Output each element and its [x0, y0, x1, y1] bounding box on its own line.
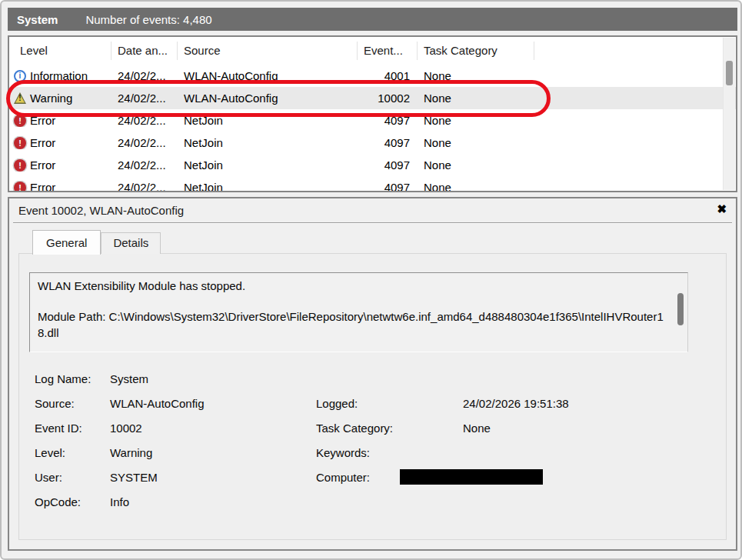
events-count: Number of events: 4,480	[85, 13, 211, 26]
user-label: User:	[35, 471, 110, 484]
keywords-label: Keywords:	[316, 446, 463, 459]
table-row-selected[interactable]: ! Warning 24/02/2... WLAN-AutoConfig 100…	[9, 87, 736, 109]
information-icon: i	[14, 70, 26, 82]
logged-label: Logged:	[316, 397, 463, 410]
row-task-category: None	[418, 69, 534, 82]
row-event-id: 10002	[358, 92, 418, 105]
logged-value: 24/02/2026 19:51:38	[463, 397, 569, 410]
detail-panel-title: Event 10002, WLAN-AutoConfig	[9, 198, 736, 222]
error-icon: !	[14, 159, 26, 172]
event-description-line2: Module Path: C:\Windows\System32\DriverS…	[38, 309, 667, 341]
log-name-label: Log Name:	[35, 372, 110, 385]
row-event-id: 4001	[358, 69, 418, 82]
row-task-category: None	[418, 92, 534, 105]
table-row[interactable]: i Information 24/02/2... WLAN-AutoConfig…	[9, 65, 736, 87]
row-source: NetJoin	[178, 158, 358, 172]
level-value: Warning	[110, 446, 316, 459]
event-description-line1: WLAN Extensibility Module has stopped.	[38, 278, 667, 294]
task-category-value: None	[463, 422, 569, 435]
row-source: WLAN-AutoConfig	[178, 92, 358, 105]
tab-general[interactable]: General	[32, 230, 101, 255]
row-event-id: 4097	[358, 114, 418, 127]
column-header-level[interactable]: Level	[9, 42, 111, 60]
source-label: Source:	[35, 397, 110, 410]
row-task-category: None	[418, 114, 534, 127]
close-icon[interactable]: ✖	[717, 202, 727, 216]
event-description-box: WLAN Extensibility Module has stopped. M…	[29, 272, 688, 352]
row-date: 24/02/2...	[111, 136, 178, 149]
log-title-bar: System Number of events: 4,480	[8, 8, 737, 31]
detail-tabs: General Details	[32, 229, 161, 254]
row-date: 24/02/2...	[111, 92, 178, 105]
event-viewer-window: System Number of events: 4,480 Level Dat…	[0, 0, 742, 560]
row-event-id: 4097	[358, 136, 418, 149]
opcode-label: OpCode:	[35, 495, 110, 508]
row-level: Information	[30, 69, 88, 82]
column-header-spacer	[534, 42, 736, 60]
table-scrollbar[interactable]	[723, 38, 735, 190]
row-task-category: None	[418, 136, 534, 149]
row-event-id: 4097	[358, 181, 418, 192]
row-date: 24/02/2...	[111, 158, 178, 172]
error-icon: !	[14, 182, 26, 193]
row-level: Error	[30, 181, 55, 192]
table-row-partial[interactable]: ! Error 24/02/2... NetJoin 4097 None	[9, 176, 736, 192]
error-icon: !	[14, 137, 26, 149]
warning-icon: !	[14, 92, 26, 104]
log-name: System	[17, 13, 58, 26]
column-header-source[interactable]: Source	[178, 42, 358, 60]
column-header-task-category[interactable]: Task Category	[418, 42, 534, 60]
source-value: WLAN-AutoConfig	[110, 397, 316, 410]
table-row[interactable]: ! Error 24/02/2... NetJoin 4097 None	[9, 154, 736, 176]
row-source: NetJoin	[178, 114, 358, 127]
description-scrollbar-thumb[interactable]	[677, 293, 684, 325]
general-tab-content: WLAN Extensibility Module has stopped. M…	[18, 253, 727, 540]
user-value: SYSTEM	[110, 471, 316, 484]
table-scrollbar-thumb[interactable]	[726, 61, 733, 85]
row-source: NetJoin	[178, 136, 358, 149]
log-name-value: System	[110, 372, 316, 385]
row-date: 24/02/2...	[111, 69, 178, 82]
event-id-label: Event ID:	[35, 422, 110, 435]
event-list: Level Date an... Source Event... Task Ca…	[8, 35, 737, 192]
task-category-label: Task Category:	[316, 422, 463, 435]
column-header-date[interactable]: Date an...	[111, 42, 178, 60]
computer-redaction	[400, 469, 543, 485]
description-scrollbar[interactable]	[676, 275, 686, 350]
table-row[interactable]: ! Error 24/02/2... NetJoin 4097 None	[9, 109, 736, 132]
tab-details[interactable]: Details	[101, 232, 161, 254]
event-properties: Log Name: System Source: WLAN-AutoConfig…	[35, 366, 569, 514]
row-source: WLAN-AutoConfig	[178, 69, 358, 82]
row-level: Warning	[30, 92, 72, 105]
divider	[13, 222, 732, 224]
row-source: NetJoin	[178, 181, 358, 192]
opcode-value: Info	[110, 495, 316, 508]
row-task-category: None	[418, 158, 534, 172]
event-detail-panel: Event 10002, WLAN-AutoConfig ✖ General D…	[8, 197, 737, 551]
row-level: Error	[30, 158, 55, 172]
row-date: 24/02/2...	[111, 114, 178, 127]
table-row[interactable]: ! Error 24/02/2... NetJoin 4097 None	[9, 132, 736, 154]
row-task-category: None	[418, 181, 534, 192]
row-level: Error	[30, 114, 55, 127]
event-id-value: 10002	[110, 422, 316, 435]
event-list-header: Level Date an... Source Event... Task Ca…	[9, 37, 736, 65]
error-icon: !	[14, 115, 26, 127]
row-event-id: 4097	[358, 158, 418, 172]
level-label: Level:	[35, 446, 110, 459]
row-date: 24/02/2...	[111, 181, 178, 192]
column-header-event-id[interactable]: Event...	[358, 42, 418, 60]
row-level: Error	[30, 136, 55, 149]
